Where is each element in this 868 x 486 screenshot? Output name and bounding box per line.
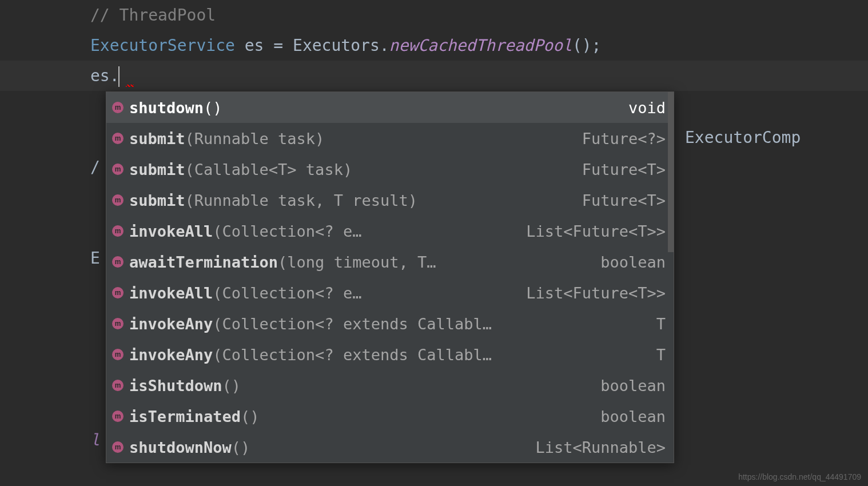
autocomplete-item[interactable]: submit(Callable<T> task)Future<T> <box>106 154 674 185</box>
autocomplete-item[interactable]: invokeAny(Collection<? extends Callabl…T <box>106 339 674 370</box>
method-signature: awaitTermination(long timeout, T… <box>129 253 589 271</box>
text-cursor <box>118 66 120 87</box>
method-icon <box>112 411 124 422</box>
comment-text: // ThreadPool <box>90 6 216 25</box>
method-icon <box>112 164 124 175</box>
method-signature: isShutdown() <box>129 377 589 395</box>
method-params: () <box>232 439 250 456</box>
bg-char: l <box>90 431 100 449</box>
method-return-type: T <box>656 315 666 333</box>
method-icon <box>112 441 124 453</box>
autocomplete-item[interactable]: isTerminated()boolean <box>106 401 674 432</box>
autocomplete-item[interactable]: shutdown()void <box>106 92 674 123</box>
code-text: es. <box>90 66 120 85</box>
method-signature: invokeAny(Collection<? extends Callabl… <box>129 315 645 333</box>
autocomplete-item[interactable]: invokeAll(Collection<? e…List<Future<T>> <box>106 277 674 308</box>
method-name: invokeAll <box>129 222 213 240</box>
method-params: (Collection<? e… <box>213 222 361 240</box>
method-name: isShutdown <box>129 377 222 395</box>
scrollbar-thumb[interactable] <box>668 92 674 252</box>
method-signature: shutdownNow() <box>129 439 524 456</box>
method-name: awaitTermination <box>129 253 278 271</box>
autocomplete-item[interactable]: isShutdown()boolean <box>106 370 674 401</box>
autocomplete-item[interactable]: invokeAny(Collection<? extends Callabl…T <box>106 308 674 339</box>
method-signature: invokeAll(Collection<? e… <box>129 284 515 302</box>
method-return-type: Future<?> <box>582 130 666 148</box>
error-squiggle <box>126 85 134 87</box>
watermark-text: https://blog.csdn.net/qq_44491709 <box>738 472 861 481</box>
code-text: es = Executors. <box>235 36 389 55</box>
method-name: shutdown <box>129 99 204 117</box>
method-params: (Collection<? e… <box>213 284 361 302</box>
method-name: isTerminated <box>129 408 241 425</box>
method-return-type: Future<T> <box>582 161 666 178</box>
method-params: (Collection<? extends Callabl… <box>213 346 492 364</box>
method-return-type: void <box>628 99 666 117</box>
method-params: (Runnable task) <box>185 130 325 148</box>
autocomplete-item[interactable]: submit(Runnable task, T result)Future<T> <box>106 185 674 216</box>
autocomplete-item[interactable]: awaitTermination(long timeout, T…boolean <box>106 246 674 277</box>
method-icon <box>112 318 124 329</box>
method-name: submit <box>129 130 185 148</box>
method-params: () <box>222 377 241 395</box>
method-icon <box>112 133 124 144</box>
type-name: ExecutorService <box>90 36 235 55</box>
method-signature: invokeAny(Collection<? extends Callabl… <box>129 346 645 364</box>
method-signature: invokeAll(Collection<? e… <box>129 222 515 240</box>
method-return-type: List<Runnable> <box>535 439 666 456</box>
right-code-text: ExecutorComp <box>685 128 801 147</box>
method-icon <box>112 225 124 237</box>
method-return-type: boolean <box>600 377 666 395</box>
method-icon <box>112 349 124 360</box>
method-params: () <box>241 408 260 425</box>
method-signature: shutdown() <box>129 99 617 117</box>
code-text: (); <box>572 36 602 55</box>
method-return-type: boolean <box>600 253 666 271</box>
method-name: invokeAny <box>129 346 213 364</box>
code-line-es: es. <box>90 61 868 91</box>
method-name: invokeAny <box>129 315 213 333</box>
method-params: (Callable<T> task) <box>185 161 353 178</box>
method-name: invokeAll <box>129 284 213 302</box>
method-icon <box>112 256 124 268</box>
method-icon <box>112 380 124 391</box>
method-params: (long timeout, T… <box>278 253 436 271</box>
method-return-type: List<Future<T>> <box>526 284 666 302</box>
static-method: newCachedThreadPool <box>389 36 572 55</box>
scrollbar-track[interactable] <box>668 92 674 463</box>
method-icon <box>112 194 124 206</box>
autocomplete-popup[interactable]: shutdown()voidsubmit(Runnable task)Futur… <box>106 91 674 463</box>
method-return-type: T <box>656 346 666 364</box>
method-name: shutdownNow <box>129 439 232 456</box>
code-line-comment: // ThreadPool <box>90 0 868 30</box>
autocomplete-item[interactable]: invokeAll(Collection<? e…List<Future<T>> <box>106 216 674 246</box>
method-name: submit <box>129 192 185 209</box>
autocomplete-item[interactable]: shutdownNow()List<Runnable> <box>106 432 674 463</box>
method-icon <box>112 102 124 113</box>
method-params: (Collection<? extends Callabl… <box>213 315 492 333</box>
method-signature: isTerminated() <box>129 408 589 425</box>
method-params: (Runnable task, T result) <box>185 192 417 209</box>
method-signature: submit(Callable<T> task) <box>129 161 571 178</box>
method-icon <box>112 287 124 298</box>
code-line-decl: ExecutorService es = Executors.newCached… <box>90 30 868 61</box>
method-signature: submit(Runnable task, T result) <box>129 192 571 209</box>
method-params: () <box>204 99 222 117</box>
method-return-type: Future<T> <box>582 192 666 209</box>
method-signature: submit(Runnable task) <box>129 130 571 148</box>
autocomplete-item[interactable]: submit(Runnable task)Future<?> <box>106 123 674 154</box>
code-editor[interactable]: // ThreadPool ExecutorService es = Execu… <box>0 0 868 91</box>
method-return-type: List<Future<T>> <box>526 222 666 240</box>
method-return-type: boolean <box>600 408 666 425</box>
method-name: submit <box>129 161 185 178</box>
